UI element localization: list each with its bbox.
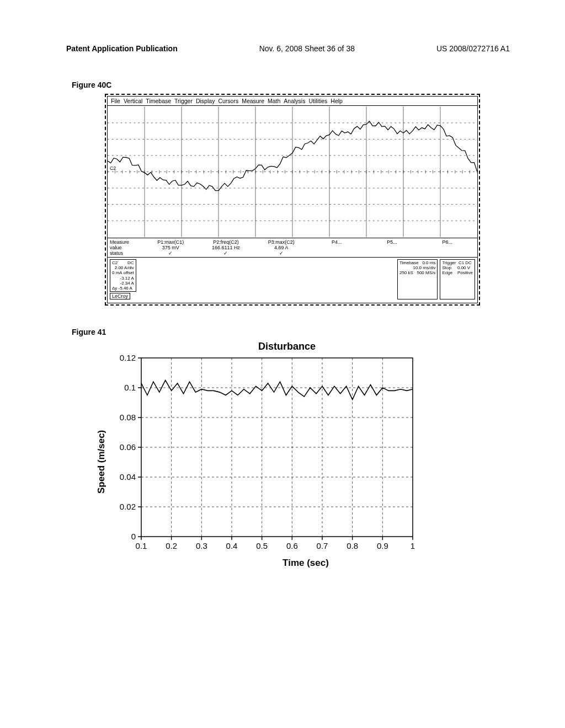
y-axis-label: Speed (m/sec) (94, 355, 109, 569)
svg-text:0.5: 0.5 (256, 541, 268, 550)
p3-name: P3:max(C2) (254, 239, 309, 245)
menu-analysis[interactable]: Analysis (284, 98, 305, 104)
menu-utilities[interactable]: Utilities (308, 98, 327, 104)
p3-chk: ✓ (254, 250, 309, 256)
oscilloscope-figure: File Vertical Timebase Trigger Display C… (105, 94, 480, 306)
menu-display[interactable]: Display (196, 98, 215, 104)
figure-40c-label: Figure 40C (72, 81, 510, 89)
svg-text:0.12: 0.12 (120, 355, 136, 362)
scope-menubar: File Vertical Timebase Trigger Display C… (108, 97, 477, 106)
menu-timebase[interactable]: Timebase (146, 98, 171, 104)
p4-name: P4... (309, 239, 364, 245)
p3-val: 4.69 A (254, 245, 309, 250)
p2-val: 166.6111 Hz (198, 245, 253, 250)
p2-chk: ✓ (198, 250, 253, 256)
svg-text:0.08: 0.08 (120, 413, 136, 422)
header-right: US 2008/0272716 A1 (436, 44, 510, 53)
menu-cursors[interactable]: Cursors (218, 98, 238, 104)
p6-name: P6... (420, 239, 475, 245)
p1-name: P1:max(C1) (143, 239, 198, 245)
svg-text:0.1: 0.1 (124, 383, 136, 392)
svg-text:0.7: 0.7 (317, 541, 328, 550)
svg-text:1: 1 (411, 541, 415, 550)
page-header: Patent Application Publication Nov. 6, 2… (66, 44, 510, 53)
header-left: Patent Application Publication (66, 44, 178, 53)
chart-title: Disturbance (94, 341, 480, 352)
p5-name: P5... (364, 239, 419, 245)
menu-measure[interactable]: Measure (242, 98, 264, 104)
menu-vertical[interactable]: Vertical (124, 98, 142, 104)
meas-row-status: status (110, 250, 143, 256)
p1-val: 375 mV (143, 245, 198, 250)
scope-plot-area: C2 (108, 106, 477, 238)
svg-text:0.1: 0.1 (136, 541, 147, 550)
channel-info-box: C2 DC 2.00 A/div 0 mA offset -3.12 A -2.… (110, 259, 136, 292)
svg-text:0.02: 0.02 (120, 502, 136, 511)
x-axis-label: Time (sec) (131, 558, 480, 569)
svg-text:0: 0 (131, 532, 136, 541)
menu-trigger[interactable]: Trigger (174, 98, 193, 104)
scope-brand: LeCroy (110, 293, 130, 299)
menu-file[interactable]: File (111, 98, 120, 104)
timebase-box: Timebase 0.0 ms 10.0 ms/div 250 kS 500 M… (397, 259, 438, 299)
p1-chk: ✓ (143, 250, 198, 256)
svg-text:0.06: 0.06 (120, 442, 136, 452)
svg-text:0.2: 0.2 (166, 541, 177, 550)
header-mid: Nov. 6, 2008 Sheet 36 of 38 (259, 44, 355, 53)
svg-text:0.4: 0.4 (226, 541, 238, 550)
menu-math[interactable]: Math (268, 98, 280, 104)
svg-text:0.9: 0.9 (377, 541, 388, 550)
svg-text:0.3: 0.3 (196, 541, 207, 550)
p2-name: P2:freq(C2) (198, 239, 253, 245)
svg-text:0.04: 0.04 (120, 472, 136, 481)
svg-text:0.6: 0.6 (286, 541, 298, 550)
meas-row-measure: Measure (110, 239, 143, 245)
svg-text:C2: C2 (110, 165, 116, 171)
figure-41-label: Figure 41 (72, 328, 510, 336)
trigger-box: Trigger C1 DC Stop 0.00 V Edge Positive (440, 259, 475, 299)
menu-help[interactable]: Help (331, 98, 343, 104)
svg-text:0.8: 0.8 (347, 541, 358, 550)
meas-row-value: value (110, 245, 143, 250)
figure-41-chart: Disturbance Speed (m/sec) 0.10.20.30.40.… (94, 341, 480, 569)
scope-footer: C2 DC 2.00 A/div 0 mA offset -3.12 A -2.… (108, 258, 477, 303)
scope-measurements: Measure value status P1:max(C1)375 mV✓ P… (108, 238, 477, 258)
